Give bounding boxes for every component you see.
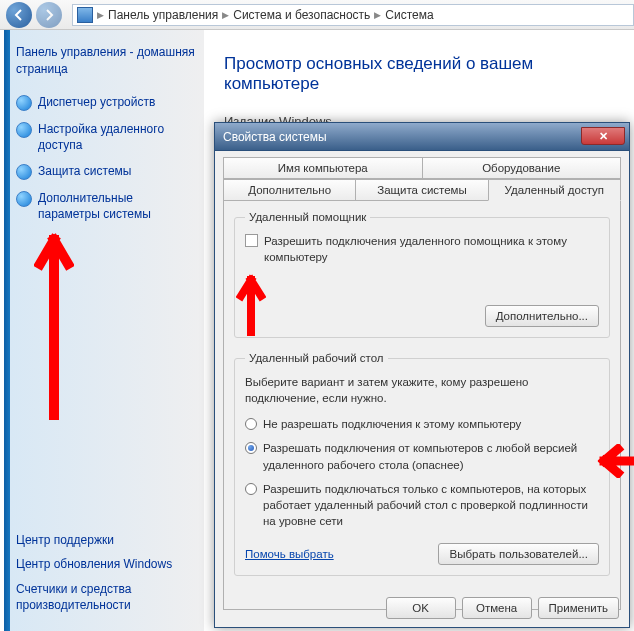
- tab-remote-content: Удаленный помощник Разрешить подключения…: [223, 200, 621, 610]
- ok-button[interactable]: OK: [386, 597, 456, 619]
- remote-assistance-group: Удаленный помощник Разрешить подключения…: [234, 211, 610, 338]
- tab-advanced[interactable]: Дополнительно: [223, 179, 356, 201]
- task-label: Настройка удаленного доступа: [38, 121, 196, 153]
- chevron-right-icon: ▶: [374, 10, 381, 20]
- chevron-right-icon: ▶: [97, 10, 104, 20]
- task-advanced-system[interactable]: Дополнительные параметры системы: [16, 190, 196, 222]
- control-panel-icon: [77, 7, 93, 23]
- task-label: Диспетчер устройств: [38, 94, 155, 110]
- crumb-mid[interactable]: Система и безопасность: [233, 8, 370, 22]
- page-title: Просмотр основных сведений о вашем компь…: [224, 54, 624, 94]
- crumb-root[interactable]: Панель управления: [108, 8, 218, 22]
- link-action-center[interactable]: Центр поддержки: [16, 532, 196, 548]
- remote-desktop-group: Удаленный рабочий стол Выберите вариант …: [234, 352, 610, 576]
- tab-system-protection[interactable]: Защита системы: [355, 179, 488, 201]
- task-system-protection[interactable]: Защита системы: [16, 163, 196, 180]
- system-properties-dialog: Свойства системы ✕ Имя компьютера Оборуд…: [214, 122, 630, 628]
- nav-back-button[interactable]: [6, 2, 32, 28]
- radio-icon: [245, 418, 257, 430]
- rd-help-link[interactable]: Помочь выбрать: [245, 548, 334, 560]
- task-label: Защита системы: [38, 163, 131, 179]
- dialog-titlebar[interactable]: Свойства системы ✕: [215, 123, 629, 151]
- rd-opt-allow-any[interactable]: Разрешать подключения от компьютеров с л…: [245, 440, 599, 472]
- rd-description: Выберите вариант и затем укажите, кому р…: [245, 374, 599, 406]
- breadcrumb-path[interactable]: ▶ Панель управления ▶ Система и безопасн…: [72, 4, 634, 26]
- shield-icon: [16, 164, 32, 180]
- tab-hardware[interactable]: Оборудование: [422, 157, 622, 179]
- shield-icon: [16, 95, 32, 111]
- link-performance[interactable]: Счетчики и средства производительности: [16, 581, 196, 613]
- shield-icon: [16, 122, 32, 138]
- task-remote-settings[interactable]: Настройка удаленного доступа: [16, 121, 196, 153]
- rd-opt1-label: Не разрешать подключения к этому компьют…: [263, 416, 521, 432]
- rd-opt-dont-allow[interactable]: Не разрешать подключения к этому компьют…: [245, 416, 599, 432]
- shield-icon: [16, 191, 32, 207]
- close-button[interactable]: ✕: [581, 127, 625, 145]
- ra-legend: Удаленный помощник: [245, 211, 370, 223]
- ra-advanced-button[interactable]: Дополнительно...: [485, 305, 599, 327]
- address-bar: ▶ Панель управления ▶ Система и безопасн…: [0, 0, 634, 30]
- task-label: Дополнительные параметры системы: [38, 190, 196, 222]
- radio-icon: [245, 442, 257, 454]
- tab-remote[interactable]: Удаленный доступ: [488, 179, 621, 201]
- ra-allow-checkbox[interactable]: Разрешить подключения удаленного помощни…: [245, 233, 599, 265]
- rd-opt2-label: Разрешать подключения от компьютеров с л…: [263, 440, 599, 472]
- rd-opt-allow-nla[interactable]: Разрешить подключаться только с компьюте…: [245, 481, 599, 529]
- ra-checkbox-label: Разрешить подключения удаленного помощни…: [264, 233, 599, 265]
- task-device-manager[interactable]: Диспетчер устройств: [16, 94, 196, 111]
- nav-forward-button[interactable]: [36, 2, 62, 28]
- crumb-leaf[interactable]: Система: [385, 8, 433, 22]
- dialog-title: Свойства системы: [223, 130, 327, 144]
- cancel-button[interactable]: Отмена: [462, 597, 532, 619]
- apply-button[interactable]: Применить: [538, 597, 619, 619]
- control-panel-home-link[interactable]: Панель управления - домашняя страница: [16, 44, 196, 78]
- see-also: Центр поддержки Центр обновления Windows…: [16, 532, 196, 621]
- rd-legend: Удаленный рабочий стол: [245, 352, 388, 364]
- tab-computer-name[interactable]: Имя компьютера: [223, 157, 423, 179]
- link-windows-update[interactable]: Центр обновления Windows: [16, 556, 196, 572]
- rd-opt3-label: Разрешить подключаться только с компьюте…: [263, 481, 599, 529]
- radio-icon: [245, 483, 257, 495]
- rd-select-users-button[interactable]: Выбрать пользователей...: [438, 543, 599, 565]
- close-icon: ✕: [599, 130, 608, 143]
- checkbox-icon: [245, 234, 258, 247]
- chevron-right-icon: ▶: [222, 10, 229, 20]
- tasks-sidebar: Панель управления - домашняя страница Ди…: [4, 30, 204, 631]
